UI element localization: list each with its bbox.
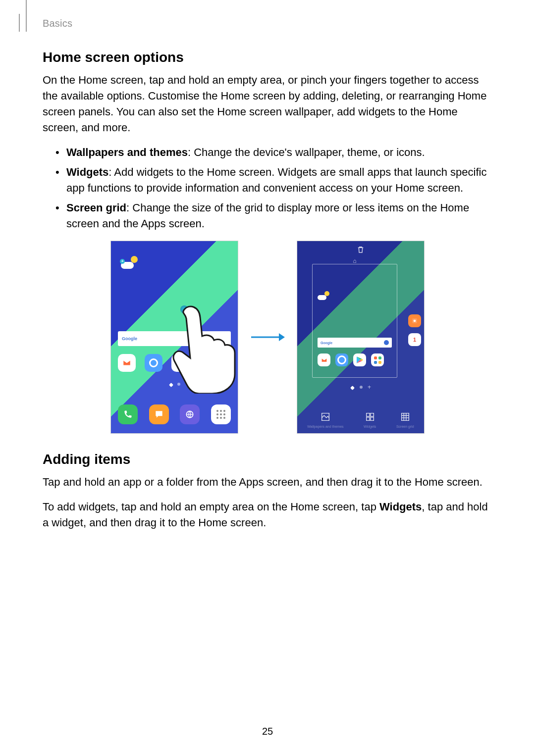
home-screen-options-list: Wallpapers and themes: Change the device… <box>43 145 492 232</box>
bullet-wallpapers-themes: Wallpapers and themes: Change the device… <box>55 145 492 160</box>
remove-panel-icon <box>297 245 424 256</box>
internet-app-icon <box>145 354 162 372</box>
weather-widget-icon: + <box>121 256 138 269</box>
apps-drawer-icon <box>211 404 231 424</box>
search-label: Google <box>321 341 332 345</box>
bullet-text: : Change the device's wallpaper, theme, … <box>188 146 425 158</box>
gallery-app-icon <box>408 314 421 327</box>
weather-widget-icon <box>318 291 329 300</box>
home-app-row <box>318 353 392 366</box>
home-page-dot-icon <box>350 386 355 390</box>
p2-part-a: To add widgets, tap and hold an empty ar… <box>43 501 379 513</box>
samsung-folder-icon <box>371 353 384 366</box>
screen-grid-icon <box>399 411 411 423</box>
home-options-bar: Wallpapers and themes Widgets Screen gri… <box>297 411 424 428</box>
home-indicator-icon: ⌂ <box>313 257 397 264</box>
page-dot-icon <box>177 383 180 386</box>
home-app-row <box>118 354 231 372</box>
bullet-widgets: Widgets: Add widgets to the Home screen.… <box>55 164 492 196</box>
home-panel-preview: ⌂ Google <box>312 264 397 378</box>
add-panel-icon: + <box>368 386 371 390</box>
google-search-bar: Google <box>118 331 231 346</box>
adding-items-p1: Tap and hold an app or a folder from the… <box>43 474 492 490</box>
heading-adding-items: Adding items <box>43 452 492 467</box>
figure-phone-after: ⌂ Google <box>297 241 425 434</box>
p2-widgets-bold: Widgets <box>379 501 422 513</box>
adjacent-panel-apps: 1 <box>408 314 421 346</box>
panel-pager: + <box>297 386 424 390</box>
wallpapers-icon <box>320 411 331 423</box>
adding-items-p2: To add widgets, tap and hold an empty ar… <box>43 499 492 531</box>
svg-point-11 <box>414 320 416 322</box>
home-screen-options-figure: + Google <box>43 241 492 434</box>
figure-phone-before: + Google <box>110 241 238 434</box>
option-label: Wallpapers and themes <box>307 425 343 428</box>
home-screen-options-intro: On the Home screen, tap and hold an empt… <box>43 72 492 136</box>
play-store-app-icon <box>171 354 189 372</box>
bullet-screen-grid: Screen grid: Change the size of the grid… <box>55 200 492 232</box>
bullet-text: : Change the size of the grid to display… <box>66 202 469 230</box>
option-screen-grid: Screen grid <box>396 411 414 428</box>
search-label: Google <box>122 336 137 341</box>
home-dock <box>118 404 231 424</box>
option-wallpapers-themes: Wallpapers and themes <box>307 411 343 428</box>
mic-icon <box>384 340 389 345</box>
email-app-icon <box>318 353 330 366</box>
bullet-label: Wallpapers and themes <box>66 146 188 158</box>
page-number: 25 <box>0 726 535 737</box>
messages-app-icon <box>149 404 169 424</box>
bullet-label: Screen grid <box>66 202 126 214</box>
bullet-label: Widgets <box>66 166 108 178</box>
email-app-icon <box>118 354 136 372</box>
phone-app-icon <box>118 404 138 424</box>
page-indicator <box>111 383 238 387</box>
option-label: Widgets <box>364 425 376 428</box>
svg-marker-5 <box>279 333 285 341</box>
bullet-text: : Add widgets to the Home screen. Widget… <box>66 166 486 194</box>
calendar-app-icon: 1 <box>408 333 421 346</box>
play-store-app-icon <box>353 353 366 366</box>
arrow-right-icon <box>250 331 285 343</box>
google-search-bar: Google <box>318 338 392 348</box>
option-widgets: Widgets <box>364 411 376 428</box>
heading-home-screen-options: Home screen options <box>43 50 492 65</box>
page-header-section: Basics <box>43 18 72 29</box>
widgets-icon <box>364 411 376 423</box>
internet-app-icon <box>335 353 348 366</box>
browser-app-icon <box>180 404 200 424</box>
option-label: Screen grid <box>396 425 414 428</box>
page-dot-icon <box>360 386 363 389</box>
home-page-dot-icon <box>169 383 173 387</box>
